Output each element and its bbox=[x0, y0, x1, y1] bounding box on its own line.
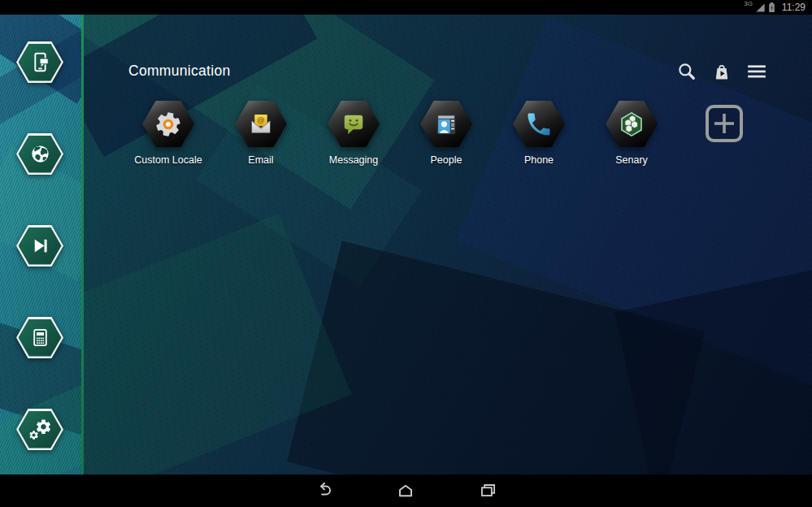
add-app-button[interactable] bbox=[678, 101, 771, 166]
add-plus-icon bbox=[712, 111, 736, 136]
nav-back-button[interactable] bbox=[313, 480, 334, 501]
app-grid: Custom Locale @ Email bbox=[122, 101, 771, 166]
back-arrow-icon bbox=[313, 480, 334, 501]
app-tile bbox=[142, 101, 194, 147]
app-tile bbox=[328, 101, 380, 147]
app-label: People bbox=[431, 154, 462, 166]
launcher-screen: 3G 11:29 bbox=[0, 0, 812, 507]
chat-smiley-icon bbox=[339, 110, 368, 139]
app-label: Senary bbox=[615, 154, 648, 166]
nav-recents-button[interactable] bbox=[477, 480, 498, 501]
globe-icon bbox=[29, 143, 51, 165]
sidebar-item-tools[interactable] bbox=[16, 317, 63, 358]
search-button[interactable] bbox=[676, 61, 697, 82]
play-store-button[interactable] bbox=[711, 61, 732, 82]
play-store-icon bbox=[711, 61, 732, 82]
clock: 11:29 bbox=[782, 2, 805, 13]
app-custom-locale[interactable]: Custom Locale bbox=[122, 101, 215, 166]
app-phone[interactable]: Phone bbox=[493, 101, 585, 166]
app-senary[interactable]: Senary bbox=[585, 101, 678, 166]
app-label: Custom Locale bbox=[134, 154, 202, 166]
app-label: Email bbox=[248, 154, 273, 166]
sidebar-item-web[interactable] bbox=[16, 133, 63, 175]
sidebar-item-settings[interactable] bbox=[16, 409, 63, 450]
category-title: Communication bbox=[128, 63, 230, 80]
app-tile: @ bbox=[235, 101, 287, 147]
app-tile bbox=[606, 101, 658, 147]
app-label: Phone bbox=[524, 154, 554, 166]
app-email[interactable]: @ Email bbox=[215, 101, 307, 166]
sidebar-item-media[interactable] bbox=[16, 225, 63, 266]
nav-home-button[interactable] bbox=[395, 480, 416, 501]
app-people[interactable]: People bbox=[400, 101, 493, 166]
skip-next-icon bbox=[29, 235, 51, 257]
svg-text:@: @ bbox=[257, 115, 264, 124]
app-messaging[interactable]: Messaging bbox=[307, 101, 400, 166]
app-tile bbox=[420, 101, 472, 147]
battery-charging-icon bbox=[768, 2, 775, 13]
envelope-at-icon: @ bbox=[246, 110, 276, 139]
overflow-menu-button[interactable] bbox=[746, 61, 767, 82]
main-panel: Communication bbox=[84, 15, 812, 474]
contact-card-icon bbox=[432, 110, 461, 139]
phone-handset-icon bbox=[524, 110, 554, 139]
gear-orange-icon bbox=[154, 110, 183, 139]
network-type-label: 3G bbox=[744, 1, 753, 7]
sidebar-item-communication[interactable] bbox=[16, 41, 63, 83]
recents-icon bbox=[477, 480, 498, 501]
app-label: Messaging bbox=[329, 154, 378, 166]
home-icon bbox=[395, 480, 416, 501]
overflow-menu-icon bbox=[746, 61, 767, 82]
navigation-bar bbox=[0, 474, 812, 507]
search-icon bbox=[676, 61, 697, 82]
signal-strength-icon bbox=[755, 2, 766, 13]
calculator-icon bbox=[29, 327, 51, 349]
gears-icon bbox=[28, 418, 51, 441]
add-button-frame bbox=[706, 105, 743, 142]
app-tile bbox=[513, 101, 565, 147]
phone-message-icon bbox=[29, 51, 51, 73]
status-bar: 3G 11:29 bbox=[0, 0, 812, 15]
hexagon-cluster-icon bbox=[617, 110, 646, 139]
